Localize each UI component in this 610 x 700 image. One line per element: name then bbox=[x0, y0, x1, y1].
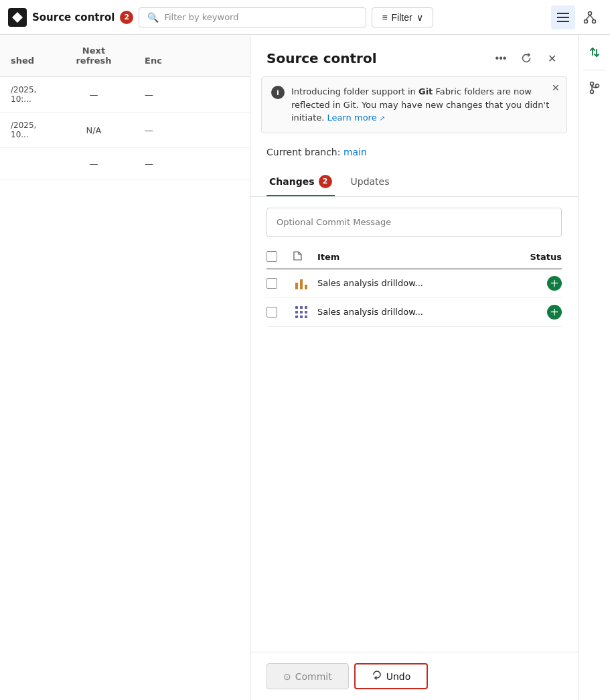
col-shed: shed bbox=[0, 50, 54, 71]
spacer bbox=[250, 448, 578, 652]
cell-shed-2: /2025, 10... bbox=[0, 115, 54, 145]
network-button[interactable] bbox=[578, 5, 602, 29]
changes-table-header: Item Status bbox=[266, 245, 562, 269]
search-box[interactable]: 🔍 Filter by keyword bbox=[139, 7, 366, 27]
info-banner-close-button[interactable]: ✕ bbox=[552, 82, 560, 93]
info-text-bold: Git bbox=[418, 86, 433, 96]
item-checkbox-1[interactable] bbox=[266, 278, 277, 289]
chevron-down-icon: ∨ bbox=[416, 12, 423, 23]
info-banner-text: Introducing folder support in Git Fabric… bbox=[291, 85, 557, 125]
source-control-panel: Source control ••• ✕ i Introducing folde… bbox=[250, 35, 578, 700]
tab-updates[interactable]: Updates bbox=[348, 169, 392, 195]
cell-enc-1: — bbox=[134, 84, 174, 105]
sc-panel-title: Source control bbox=[266, 50, 485, 66]
cell-enc-2: — bbox=[134, 120, 174, 141]
table-row: /2025, 10:... — — bbox=[0, 77, 250, 113]
sc-footer: ⊙ Commit Undo bbox=[250, 652, 578, 700]
filter-button[interactable]: ≡ Filter ∨ bbox=[372, 7, 433, 27]
info-text-intro: Introducing folder support in bbox=[291, 86, 416, 96]
list-item: Sales analysis drilldow... + bbox=[266, 298, 562, 327]
status-plus-icon: + bbox=[547, 276, 562, 291]
tab-updates-label: Updates bbox=[351, 176, 390, 187]
svg-point-24 bbox=[595, 84, 599, 88]
svg-rect-14 bbox=[295, 311, 298, 313]
svg-rect-16 bbox=[305, 311, 307, 313]
undo-label: Undo bbox=[386, 671, 411, 682]
svg-point-3 bbox=[589, 11, 592, 15]
sc-close-button[interactable]: ✕ bbox=[542, 48, 562, 68]
sc-header: Source control ••• ✕ bbox=[250, 35, 578, 76]
item-checkbox-2[interactable] bbox=[266, 307, 277, 318]
branch-label: Current branch: bbox=[266, 147, 340, 157]
branch-name: main bbox=[344, 147, 367, 157]
far-right-divider bbox=[583, 70, 605, 70]
select-all-checkbox[interactable] bbox=[266, 251, 277, 262]
commit-message-input[interactable] bbox=[266, 208, 562, 237]
col-next-refresh: Next refresh bbox=[54, 40, 134, 71]
row-checkbox-1[interactable] bbox=[266, 278, 285, 289]
item-name-2: Sales analysis drilldow... bbox=[317, 307, 508, 317]
cell-next-1: — bbox=[54, 84, 134, 105]
external-link-icon: ↗ bbox=[380, 115, 385, 122]
header-status-col: Status bbox=[515, 252, 562, 262]
svg-line-6 bbox=[586, 15, 590, 19]
header-item-col: Item bbox=[317, 252, 508, 262]
cell-next-2: N/A bbox=[54, 120, 134, 141]
svg-point-22 bbox=[590, 82, 593, 86]
svg-rect-18 bbox=[300, 316, 303, 318]
svg-rect-19 bbox=[305, 316, 307, 318]
commit-icon: ⊙ bbox=[283, 671, 291, 682]
svg-rect-12 bbox=[300, 306, 303, 309]
tabs: Changes 2 Updates bbox=[250, 168, 578, 197]
undo-icon bbox=[372, 670, 382, 683]
sync-arrows-button[interactable] bbox=[583, 40, 607, 64]
cell-enc-3: — bbox=[134, 153, 174, 174]
commit-button[interactable]: ⊙ Commit bbox=[266, 663, 349, 689]
filter-icon: ≡ bbox=[382, 12, 387, 23]
header-badge: 2 bbox=[120, 11, 133, 24]
table-row: — — bbox=[0, 148, 250, 180]
fabric-logo-icon bbox=[8, 8, 27, 27]
list-item: Sales analysis drilldow... + bbox=[266, 269, 562, 298]
svg-rect-11 bbox=[295, 306, 298, 309]
changes-table: Item Status Sales analysis drilldow... bbox=[250, 245, 578, 449]
commit-input-area bbox=[250, 197, 578, 245]
far-right-sidebar bbox=[578, 35, 610, 700]
info-banner: i Introducing folder support in Git Fabr… bbox=[261, 76, 567, 133]
item-name-1: Sales analysis drilldow... bbox=[317, 278, 508, 288]
svg-rect-2 bbox=[557, 21, 569, 22]
header-title: Source control bbox=[32, 11, 115, 23]
row-checkbox-2[interactable] bbox=[266, 307, 285, 318]
item-status-1: + bbox=[515, 276, 562, 291]
svg-rect-15 bbox=[300, 311, 303, 313]
undo-button[interactable]: Undo bbox=[354, 663, 429, 689]
top-header: Source control 2 🔍 Filter by keyword ≡ F… bbox=[0, 0, 610, 35]
svg-rect-17 bbox=[295, 316, 298, 318]
learn-more-link[interactable]: Learn more ↗ bbox=[327, 113, 386, 123]
header-icon-col bbox=[292, 251, 311, 263]
menu-button[interactable] bbox=[551, 5, 575, 29]
sc-header-icons: ••• ✕ bbox=[491, 48, 562, 68]
svg-point-4 bbox=[585, 19, 588, 23]
search-placeholder: Filter by keyword bbox=[164, 12, 238, 22]
tab-changes[interactable]: Changes 2 bbox=[266, 168, 335, 196]
filter-label: Filter bbox=[392, 12, 412, 23]
logo-area: Source control 2 bbox=[8, 8, 133, 27]
info-icon: i bbox=[271, 86, 285, 99]
branch-button[interactable] bbox=[583, 76, 607, 100]
item-status-2: + bbox=[515, 305, 562, 320]
header-check-col bbox=[266, 251, 285, 262]
table-header: shed Next refresh Enc bbox=[0, 35, 250, 77]
table-row: /2025, 10... N/A — bbox=[0, 113, 250, 148]
cell-next-3: — bbox=[54, 153, 134, 174]
sc-more-button[interactable]: ••• bbox=[491, 48, 511, 68]
svg-rect-9 bbox=[300, 279, 303, 289]
svg-line-7 bbox=[590, 15, 594, 19]
svg-rect-13 bbox=[305, 306, 307, 309]
cell-shed-3 bbox=[0, 159, 54, 169]
sc-refresh-button[interactable] bbox=[516, 48, 536, 68]
dataset-icon bbox=[292, 305, 311, 320]
svg-rect-10 bbox=[305, 285, 307, 289]
svg-rect-1 bbox=[557, 17, 569, 18]
svg-rect-0 bbox=[557, 13, 569, 14]
